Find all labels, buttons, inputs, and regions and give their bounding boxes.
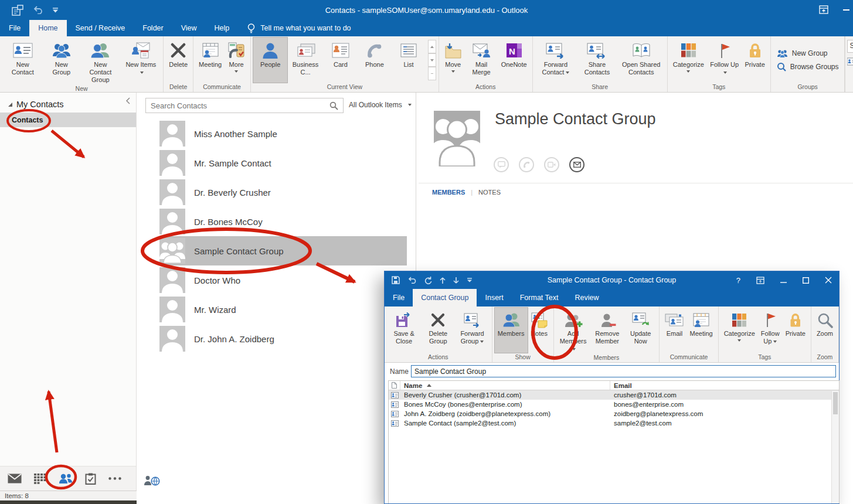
ellipsis-icon[interactable] bbox=[108, 477, 121, 480]
new-contact-group-button[interactable]: New Contact Group bbox=[80, 38, 121, 84]
contact-list-item[interactable]: Mr. Sample Contact bbox=[159, 148, 407, 178]
contact-list-item[interactable]: Dr. Beverly Crusher bbox=[159, 178, 407, 207]
tell-me-box[interactable]: Tell me what you want to do bbox=[247, 20, 351, 36]
tab-send-receive[interactable]: Send / Receive bbox=[67, 20, 134, 36]
video-icon[interactable] bbox=[544, 157, 559, 172]
share-contacts-button[interactable]: Share Contacts bbox=[576, 38, 618, 83]
minimize-button[interactable] bbox=[780, 277, 787, 284]
follow-up-button[interactable]: Follow Up bbox=[707, 38, 742, 83]
move-up-icon[interactable] bbox=[440, 277, 446, 284]
ribbon-display-options-icon[interactable] bbox=[756, 277, 764, 284]
save-icon[interactable] bbox=[392, 276, 400, 284]
private-button[interactable]: Private bbox=[742, 38, 768, 83]
delete-button[interactable]: Delete bbox=[166, 38, 191, 83]
sidebar-item-contacts[interactable]: Contacts bbox=[0, 113, 136, 127]
contact-list-item[interactable]: Sample Contact Group bbox=[159, 236, 407, 265]
categorize-button[interactable]: Categorize bbox=[721, 308, 758, 353]
search-icon[interactable] bbox=[329, 101, 338, 110]
new-items-button[interactable]: New Items bbox=[121, 38, 161, 84]
mail-icon[interactable] bbox=[8, 474, 22, 483]
scope-filter-dropdown[interactable]: All Outlook Items bbox=[349, 101, 412, 109]
close-button[interactable] bbox=[825, 277, 832, 284]
new-group-button[interactable]: New Group bbox=[43, 38, 80, 84]
contact-list-item[interactable]: Dr. Bones McCoy bbox=[159, 207, 407, 236]
chat-icon[interactable] bbox=[494, 157, 509, 172]
search-people-box-partial[interactable]: S bbox=[847, 40, 853, 53]
new-group-small-button[interactable]: New Group bbox=[773, 49, 831, 59]
search-box[interactable] bbox=[145, 98, 344, 113]
minimize-button[interactable] bbox=[843, 9, 849, 11]
item-type-column-header[interactable] bbox=[389, 381, 400, 390]
update-now-button[interactable]: Update Now bbox=[624, 308, 657, 353]
add-members-button[interactable]: Add Members bbox=[556, 308, 590, 353]
help-button[interactable]: ? bbox=[736, 277, 740, 284]
tasks-icon[interactable] bbox=[85, 473, 96, 485]
new-contact-button[interactable]: New Contact bbox=[2, 38, 43, 84]
table-row[interactable]: Bones McCoy (bones@enterprise.com) bones… bbox=[389, 400, 839, 409]
call-icon[interactable] bbox=[519, 157, 534, 172]
email-column-header[interactable]: Email bbox=[610, 382, 839, 389]
customize-qat-icon[interactable] bbox=[52, 8, 59, 13]
collapse-folder-pane-icon[interactable] bbox=[125, 97, 130, 104]
maximize-button[interactable] bbox=[803, 277, 809, 284]
person-globe-icon[interactable] bbox=[144, 475, 160, 486]
my-contacts-header[interactable]: My Contacts bbox=[0, 93, 136, 113]
follow-up-button[interactable]: Follow Up bbox=[758, 308, 783, 353]
members-show-button[interactable]: Members bbox=[495, 308, 528, 353]
ribbon-display-options-icon[interactable] bbox=[819, 5, 828, 14]
group-name-input[interactable] bbox=[411, 365, 836, 377]
move-button[interactable]: Move bbox=[441, 38, 465, 83]
gallery-more-icon[interactable] bbox=[428, 67, 436, 80]
forward-group-button[interactable]: Forward Group bbox=[455, 308, 489, 353]
view-phone-button[interactable]: Phone bbox=[358, 38, 392, 83]
gallery-down-icon[interactable] bbox=[428, 53, 436, 67]
meeting-button[interactable]: Meeting bbox=[687, 308, 715, 353]
contact-list-item[interactable]: Doctor Who bbox=[159, 265, 407, 295]
save-close-button[interactable]: Save & Close bbox=[387, 308, 421, 353]
dialog-tab-format-text[interactable]: Format Text bbox=[512, 289, 567, 307]
view-card-button[interactable]: Card bbox=[324, 38, 358, 83]
remove-member-button[interactable]: Remove Member bbox=[590, 308, 624, 353]
customize-qat-icon[interactable] bbox=[467, 278, 473, 282]
people-icon[interactable] bbox=[59, 474, 73, 484]
scrollbar-thumb[interactable] bbox=[833, 392, 838, 414]
email-icon[interactable] bbox=[569, 157, 584, 172]
dialog-tab-contact-group[interactable]: Contact Group bbox=[413, 289, 477, 307]
dialog-tab-file[interactable]: File bbox=[385, 289, 413, 307]
contact-list-item[interactable]: Dr. John A. Zoidberg bbox=[159, 324, 407, 353]
email-button[interactable]: Email bbox=[662, 308, 687, 353]
table-row[interactable]: John A. Zoidberg (zoidberg@planetexpress… bbox=[389, 409, 839, 418]
gallery-up-icon[interactable] bbox=[428, 40, 436, 53]
name-column-header[interactable]: Name bbox=[400, 381, 610, 390]
delete-group-button[interactable]: Delete Group bbox=[421, 308, 455, 353]
address-book-icon-partial[interactable] bbox=[847, 57, 853, 66]
contact-list-item[interactable]: Miss Another Sample bbox=[159, 119, 407, 148]
tab-help[interactable]: Help bbox=[206, 20, 239, 36]
forward-contact-button[interactable]: Forward Contact bbox=[535, 38, 577, 83]
contact-list-item[interactable]: Mr. Wizard bbox=[159, 295, 407, 324]
move-down-icon[interactable] bbox=[453, 277, 459, 284]
categorize-button[interactable]: Categorize bbox=[670, 38, 707, 83]
more-button[interactable]: More bbox=[225, 38, 248, 83]
search-input[interactable] bbox=[151, 101, 329, 110]
tab-notes[interactable]: NOTES bbox=[478, 189, 501, 196]
meeting-button[interactable]: Meeting bbox=[196, 38, 225, 83]
undo-icon[interactable] bbox=[33, 6, 43, 14]
table-row[interactable]: Sample Contact (sample2@test.com) sample… bbox=[389, 418, 839, 428]
private-button[interactable]: Private bbox=[783, 308, 808, 353]
notes-show-button[interactable]: Notes bbox=[528, 308, 551, 353]
table-row[interactable]: Beverly Crusher (crusher@1701d.com) crus… bbox=[389, 390, 839, 400]
view-business-card-button[interactable]: Business C... bbox=[287, 38, 324, 83]
dialog-tab-review[interactable]: Review bbox=[566, 289, 607, 307]
undo-icon[interactable] bbox=[407, 277, 416, 284]
tab-file[interactable]: File bbox=[0, 20, 29, 36]
tab-folder[interactable]: Folder bbox=[134, 20, 172, 36]
calendar-icon[interactable] bbox=[34, 474, 46, 484]
browse-groups-button[interactable]: Browse Groups bbox=[773, 62, 842, 72]
zoom-button[interactable]: Zoom bbox=[814, 308, 836, 353]
tab-view[interactable]: View bbox=[172, 20, 206, 36]
mail-merge-button[interactable]: Mail Merge bbox=[465, 38, 498, 83]
tab-members[interactable]: MEMBERS bbox=[432, 189, 465, 196]
open-shared-contacts-button[interactable]: Open Shared Contacts bbox=[618, 38, 665, 83]
redo-icon[interactable] bbox=[424, 277, 432, 284]
